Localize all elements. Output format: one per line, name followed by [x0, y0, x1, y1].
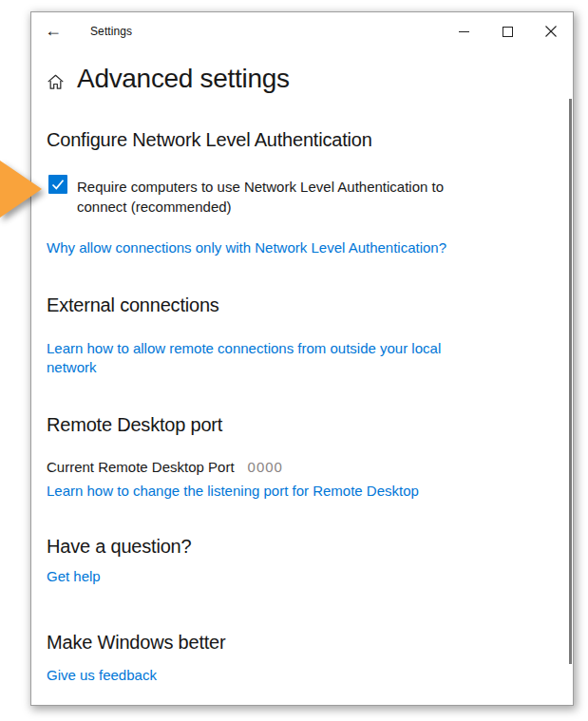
- nla-checkbox-label[interactable]: Require computers to use Network Level A…: [77, 177, 478, 217]
- nla-heading: Configure Network Level Authentication: [47, 129, 372, 151]
- titlebar[interactable]: ← Settings: [31, 12, 573, 50]
- nla-checkbox[interactable]: [48, 175, 67, 194]
- port-learn-link[interactable]: Learn how to change the listening port f…: [47, 482, 419, 501]
- back-button[interactable]: ←: [31, 12, 75, 48]
- port-label: Current Remote Desktop Port: [47, 457, 235, 477]
- nla-why-link[interactable]: Why allow connections only with Network …: [47, 238, 446, 257]
- maximize-button[interactable]: [485, 12, 529, 50]
- caption-buttons: [442, 12, 573, 50]
- maximize-icon: [503, 27, 513, 37]
- home-icon: [47, 73, 65, 91]
- external-heading: External connections: [47, 294, 219, 316]
- give-feedback-link[interactable]: Give us feedback: [47, 666, 157, 685]
- page-title: Advanced settings: [77, 64, 290, 94]
- minimize-icon: [459, 31, 469, 32]
- minimize-button[interactable]: [442, 12, 485, 50]
- get-help-link[interactable]: Get help: [47, 567, 101, 586]
- close-icon: [545, 26, 557, 37]
- question-heading: Have a question?: [47, 536, 191, 558]
- settings-window: ← Settings: [30, 11, 574, 706]
- page-header: Advanced settings: [47, 64, 290, 94]
- feedback-heading: Make Windows better: [47, 632, 226, 654]
- port-row: Current Remote Desktop Port 0000: [47, 457, 283, 477]
- nla-checkbox-row: Require computers to use Network Level A…: [48, 175, 478, 217]
- port-value: 0000: [248, 459, 283, 475]
- scrollbar-thumb[interactable]: [569, 99, 572, 664]
- port-heading: Remote Desktop port: [47, 414, 222, 436]
- screen: ← Settings: [0, 0, 588, 721]
- window-title: Settings: [90, 25, 132, 38]
- external-learn-link[interactable]: Learn how to allow remote connections fr…: [47, 339, 472, 377]
- back-arrow-icon: ←: [45, 21, 62, 41]
- close-button[interactable]: [529, 12, 573, 50]
